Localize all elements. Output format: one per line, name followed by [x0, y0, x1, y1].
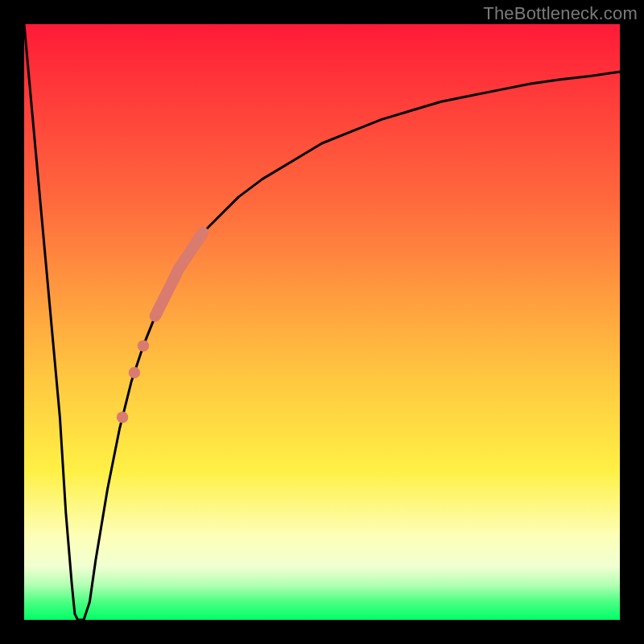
dot-3 — [117, 411, 128, 423]
dot-1 — [138, 340, 149, 351]
dot-2 — [129, 367, 140, 378]
highlight-band — [155, 233, 203, 316]
chart-svg — [24, 24, 620, 620]
bottleneck-curve — [24, 24, 620, 620]
watermark-text: TheBottleneck.com — [483, 3, 638, 24]
chart-frame: TheBottleneck.com — [0, 0, 644, 644]
plot-area — [24, 24, 620, 620]
curve-markers — [117, 233, 203, 423]
